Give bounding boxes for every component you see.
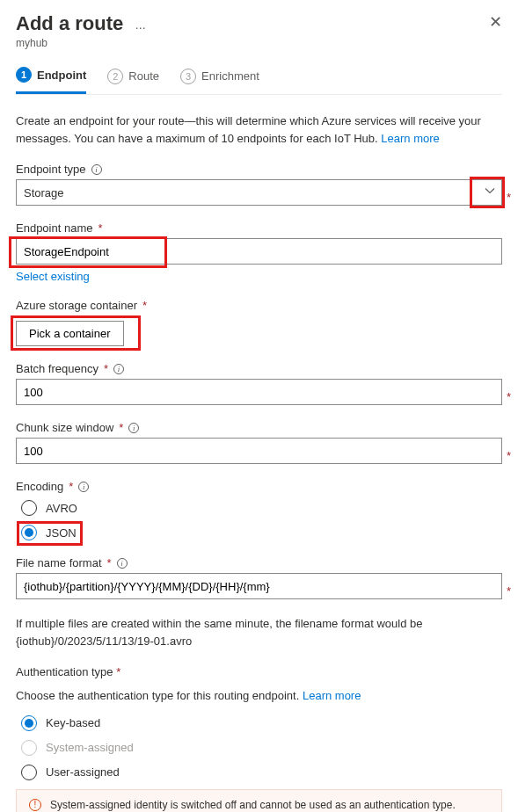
auth-learn-more-link[interactable]: Learn more xyxy=(303,689,361,702)
endpoint-type-field: Endpoint type i Storage * xyxy=(16,163,502,206)
required-marker: * xyxy=(507,191,511,204)
chunk-size-field: Chunk size window * i * xyxy=(16,421,502,464)
step-enrichment[interactable]: 3 Enrichment xyxy=(180,69,259,93)
step-endpoint[interactable]: 1 Endpoint xyxy=(16,67,86,94)
encoding-json-option[interactable]: JSON xyxy=(21,525,502,540)
radio-icon xyxy=(21,740,37,756)
endpoint-name-label: Endpoint name * xyxy=(16,221,502,235)
radio-icon xyxy=(21,765,37,780)
radio-label: JSON xyxy=(46,526,77,540)
file-format-label: File name format * i xyxy=(16,556,502,569)
close-icon[interactable]: ✕ xyxy=(489,12,502,32)
required-marker: * xyxy=(98,221,102,235)
radio-label: Key-based xyxy=(46,716,100,729)
batch-frequency-label: Batch frequency * i xyxy=(16,362,502,375)
step-route[interactable]: 2 Route xyxy=(107,69,159,93)
storage-container-label: Azure storage container * xyxy=(16,299,502,312)
page-title: Add a route xyxy=(16,12,123,35)
required-marker: * xyxy=(119,421,123,434)
select-existing-link[interactable]: Select existing xyxy=(16,270,90,283)
auth-key-based-option[interactable]: Key-based xyxy=(21,715,502,731)
radio-icon xyxy=(21,715,37,731)
required-marker: * xyxy=(142,299,147,312)
form-content: Create an endpoint for your route—this w… xyxy=(0,95,518,812)
encoding-label: Encoding * i xyxy=(16,480,502,493)
info-icon[interactable]: i xyxy=(91,164,102,175)
stepper: 1 Endpoint 2 Route 3 Enrichment xyxy=(0,54,518,94)
panel-header: Add a route ··· ✕ myhub xyxy=(0,0,518,54)
required-marker: * xyxy=(69,480,73,493)
required-marker: * xyxy=(116,665,120,678)
radio-label: AVRO xyxy=(46,502,77,515)
step-label: Endpoint xyxy=(37,69,86,82)
step-label: Route xyxy=(128,69,159,83)
required-marker: * xyxy=(507,390,511,403)
required-marker: * xyxy=(104,362,108,375)
chunk-size-label: Chunk size window * i xyxy=(16,421,502,434)
more-icon[interactable]: ··· xyxy=(135,20,146,34)
step-number: 1 xyxy=(16,67,32,83)
step-number: 3 xyxy=(180,69,196,84)
radio-icon xyxy=(21,525,37,540)
endpoint-type-label: Endpoint type i xyxy=(16,163,502,176)
learn-more-link[interactable]: Learn more xyxy=(381,132,439,145)
auth-type-description: Choose the authentication type for this … xyxy=(16,687,502,705)
batch-frequency-input[interactable] xyxy=(16,379,502,405)
info-icon[interactable]: i xyxy=(78,482,89,492)
batch-frequency-field: Batch frequency * i * xyxy=(16,362,502,405)
info-icon[interactable]: i xyxy=(113,364,124,374)
endpoint-name-input[interactable] xyxy=(16,238,502,265)
intro-text: Create an endpoint for your route—this w… xyxy=(16,112,502,147)
encoding-field: Encoding * i AVRO JSON xyxy=(16,480,502,540)
step-number: 2 xyxy=(107,69,123,84)
file-format-helper: If multiple files are created within the… xyxy=(16,615,502,649)
hub-name: myhub xyxy=(16,37,502,49)
step-label: Enrichment xyxy=(201,69,259,83)
auth-user-assigned-option[interactable]: User-assigned xyxy=(21,765,502,780)
info-icon[interactable]: i xyxy=(128,423,139,433)
encoding-avro-option[interactable]: AVRO xyxy=(21,500,502,516)
radio-icon xyxy=(21,500,37,516)
radio-label: User-assigned xyxy=(46,765,120,779)
file-format-field: File name format * i * xyxy=(16,556,502,599)
required-marker: * xyxy=(107,556,112,569)
auth-system-assigned-option: System-assigned xyxy=(21,740,502,756)
radio-label: System-assigned xyxy=(46,741,134,754)
endpoint-name-field: Endpoint name * Select existing xyxy=(16,221,502,283)
required-marker: * xyxy=(507,449,511,462)
info-icon[interactable]: i xyxy=(117,558,128,569)
required-marker: * xyxy=(507,584,511,598)
auth-type-label: Authentication type * xyxy=(16,665,502,678)
file-format-input[interactable] xyxy=(16,573,502,599)
endpoint-type-select[interactable]: Storage xyxy=(16,179,502,206)
storage-container-field: Azure storage container * Pick a contain… xyxy=(16,299,502,346)
warning-text: System-assigned identity is switched off… xyxy=(50,799,456,811)
warning-banner: ! System-assigned identity is switched o… xyxy=(16,789,502,813)
warning-icon: ! xyxy=(29,799,41,811)
pick-container-button[interactable]: Pick a container xyxy=(16,321,124,346)
auth-type-options: Key-based System-assigned User-assigned xyxy=(21,715,502,780)
chunk-size-input[interactable] xyxy=(16,438,502,464)
